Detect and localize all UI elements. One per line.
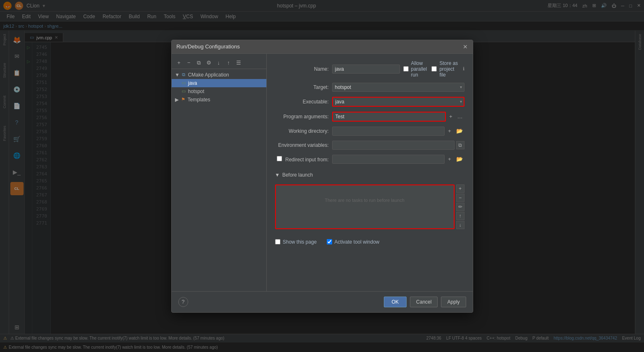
activate-tool-label: Activate tool window	[335, 239, 380, 245]
env-vars-row: Environment variables: ⧉	[275, 141, 464, 150]
redirect-row: Redirect input from: + 📂	[275, 155, 464, 164]
redirect-input[interactable]	[332, 155, 445, 164]
program-args-browse-btn[interactable]: …	[456, 113, 464, 120]
working-dir-input-group: + 📂	[332, 127, 464, 136]
cmake-app-icon: ⧉	[182, 72, 185, 77]
tree-menu-btn[interactable]: ☰	[235, 59, 243, 67]
tree-copy-btn[interactable]: ⧉	[195, 59, 203, 67]
tree-settings-btn[interactable]: ⚙	[205, 59, 213, 67]
tree-add-btn[interactable]: +	[175, 59, 183, 67]
modal-overlay: Run/Debug Configurations ✕ + − ⧉ ⚙ ↓ ↑ ☰…	[0, 0, 644, 352]
template-expand-arrow: ▶	[175, 97, 179, 103]
java-label: java	[188, 80, 197, 86]
run-debug-modal: Run/Debug Configurations ✕ + − ⧉ ⚙ ↓ ↑ ☰…	[171, 40, 473, 313]
program-args-row: Program arguments: + …	[275, 112, 464, 122]
activate-tool-check[interactable]	[327, 239, 332, 244]
name-row: Name: Allow parallel run Store as projec…	[275, 60, 464, 78]
executable-select-wrapper: java ▾	[332, 97, 464, 107]
executable-row: Executable: java ▾	[275, 97, 464, 107]
show-page-row: Show this page Activate tool window	[275, 239, 464, 245]
program-args-input-group: + …	[332, 112, 464, 122]
tree-toolbar: + − ⧉ ⚙ ↓ ↑ ☰	[172, 57, 266, 69]
target-select-wrapper: hotspot ▾	[332, 83, 464, 92]
store-project-checkbox: Store as project file	[431, 60, 459, 78]
before-launch-edit-btn[interactable]: ✏	[456, 203, 464, 211]
redirect-text: Redirect input from:	[285, 157, 329, 163]
help-button[interactable]: ?	[178, 297, 188, 307]
program-args-expand-btn[interactable]: +	[448, 113, 454, 120]
before-launch-header: ▼ Before launch	[275, 172, 464, 178]
template-icon: ⚑	[181, 97, 185, 102]
program-args-label: Program arguments:	[275, 114, 329, 120]
tree-templates[interactable]: ▶ ⚑ Templates	[172, 96, 266, 104]
templates-label: Templates	[188, 97, 211, 103]
before-launch-down-btn[interactable]: ↓	[456, 221, 464, 229]
cmake-app-label: CMake Application	[188, 72, 229, 78]
tree-hotspot[interactable]: ▭ hotspot	[172, 87, 266, 96]
modal-body: + − ⧉ ⚙ ↓ ↑ ☰ ▼ ⧉ CMake Application ▭ ja…	[172, 54, 473, 291]
modal-close-btn[interactable]: ✕	[463, 43, 468, 50]
allow-parallel-checkbox: Allow parallel run	[403, 60, 429, 78]
target-row: Target: hotspot ▾	[275, 83, 464, 92]
modal-footer: ? OK Cancel Apply	[172, 291, 473, 312]
hotspot-label: hotspot	[188, 89, 204, 94]
apply-button[interactable]: Apply	[441, 297, 466, 307]
cancel-button[interactable]: Cancel	[410, 297, 438, 307]
java-run-icon: ▭	[182, 80, 186, 86]
tree-remove-btn[interactable]: −	[185, 59, 193, 67]
env-vars-expand-btn[interactable]: ⧉	[456, 141, 464, 149]
modal-title: Run/Debug Configurations	[177, 43, 240, 50]
executable-label: Executable:	[275, 99, 329, 105]
before-launch-up-btn[interactable]: ↑	[456, 212, 464, 220]
before-launch-container: There are no tasks to run before launch …	[275, 184, 464, 229]
allow-parallel-check[interactable]	[403, 66, 409, 72]
env-vars-label: Environment variables:	[275, 142, 329, 148]
activate-tool-checkbox: Activate tool window	[327, 239, 380, 245]
name-input[interactable]	[332, 65, 400, 74]
modal-footer-left: ?	[178, 297, 381, 307]
before-launch-actions: + − ✏ ↑ ↓	[455, 184, 464, 229]
name-label: Name:	[275, 66, 329, 72]
before-launch-toggle[interactable]: ▼	[275, 172, 280, 178]
redirect-browse-btn[interactable]: 📂	[455, 155, 464, 163]
redirect-label: Redirect input from:	[275, 156, 329, 163]
tree-up-btn[interactable]: ↑	[225, 59, 233, 67]
show-page-check[interactable]	[275, 239, 280, 244]
before-launch-area: There are no tasks to run before launch	[275, 184, 455, 229]
redirect-input-group: + 📂	[332, 155, 464, 164]
working-dir-row: Working directory: + 📂	[275, 127, 464, 136]
tree-java[interactable]: ▭ java	[172, 79, 266, 87]
target-label: Target:	[275, 84, 329, 90]
env-vars-group: ⧉	[332, 141, 464, 150]
hotspot-run-icon: ▭	[182, 89, 186, 94]
before-launch-label: Before launch	[282, 172, 313, 178]
config-form: Name: Allow parallel run Store as projec…	[267, 54, 473, 291]
store-project-label: Store as project file	[439, 60, 459, 78]
config-tree: + − ⧉ ⚙ ↓ ↑ ☰ ▼ ⧉ CMake Application ▭ ja…	[172, 54, 267, 291]
redirect-checkbox[interactable]	[277, 156, 282, 161]
working-dir-browse-btn[interactable]: 📂	[455, 127, 464, 135]
before-launch-add-btn[interactable]: +	[456, 184, 464, 193]
show-page-label: Show this page	[283, 239, 317, 245]
target-select[interactable]: hotspot	[332, 83, 464, 92]
store-project-check[interactable]	[431, 66, 437, 72]
before-launch-remove-btn[interactable]: −	[456, 194, 464, 202]
redirect-expand-btn[interactable]: +	[446, 155, 453, 163]
modal-title-bar: Run/Debug Configurations ✕	[172, 40, 473, 54]
working-dir-label: Working directory:	[275, 128, 329, 134]
store-project-info-icon: ℹ	[463, 66, 464, 72]
ok-button[interactable]: OK	[384, 297, 407, 307]
tree-cmake-application[interactable]: ▼ ⧉ CMake Application	[172, 71, 266, 79]
tree-expand-arrow: ▼	[175, 72, 180, 78]
show-page-checkbox: Show this page	[275, 239, 317, 245]
program-args-input[interactable]	[332, 112, 446, 122]
working-dir-input[interactable]	[332, 127, 445, 136]
allow-parallel-label: Allow parallel run	[411, 60, 429, 78]
tree-down-btn[interactable]: ↓	[215, 59, 223, 67]
executable-select[interactable]: java	[332, 97, 464, 107]
working-dir-expand-btn[interactable]: +	[446, 127, 453, 135]
env-vars-input[interactable]	[332, 141, 455, 150]
before-launch-empty-msg: There are no tasks to run before launch	[276, 185, 454, 228]
